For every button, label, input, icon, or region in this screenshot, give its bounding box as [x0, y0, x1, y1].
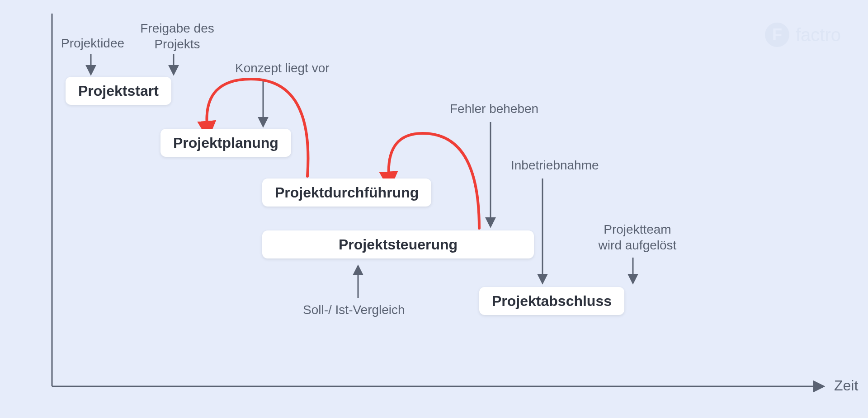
- phase-label: Projektsteuerung: [339, 236, 458, 253]
- phase-projektabschluss: Projektabschluss: [479, 287, 624, 315]
- brand-logo-icon: F: [765, 23, 789, 47]
- phase-projektdurchfuehrung: Projektdurchführung: [262, 178, 431, 207]
- phase-label: Projektdurchführung: [275, 184, 419, 201]
- annot-konzept: Konzept liegt vor: [235, 61, 330, 75]
- phase-projektplanung: Projektplanung: [160, 129, 291, 157]
- annot-freigabe-line2: Projekts: [154, 37, 200, 51]
- annot-projektteam-line1: Projektteam: [604, 222, 671, 236]
- annot-fehler: Fehler beheben: [450, 102, 538, 116]
- annot-inbetriebnahme: Inbetriebnahme: [511, 158, 599, 173]
- phase-projektsteuerung: Projektsteuerung: [262, 230, 534, 258]
- diagram-canvas: F factro Projektstart Projektplanung Pro…: [0, 0, 868, 418]
- phase-projektstart: Projektstart: [66, 77, 171, 105]
- annot-freigabe: Freigabe des Projekts: [139, 20, 216, 52]
- brand-logo-text: factro: [796, 25, 841, 45]
- phase-label: Projektabschluss: [492, 293, 612, 310]
- annot-projektteam: Projektteam wird aufgelöst: [592, 221, 683, 253]
- phase-label: Projektplanung: [173, 135, 278, 151]
- annot-projektteam-line2: wird aufgelöst: [599, 238, 677, 252]
- axes-and-arrows: [0, 0, 868, 418]
- annot-freigabe-line1: Freigabe des: [140, 21, 214, 35]
- brand-logo: F factro: [765, 23, 841, 47]
- annot-projektidee: Projektidee: [61, 36, 124, 51]
- annot-sollist: Soll-/ Ist-Vergleich: [303, 303, 405, 317]
- phase-label: Projektstart: [78, 83, 159, 99]
- x-axis-label: Zeit: [834, 377, 858, 394]
- feedback-arc-planung: [207, 79, 308, 176]
- brand-logo-letter: F: [772, 25, 782, 44]
